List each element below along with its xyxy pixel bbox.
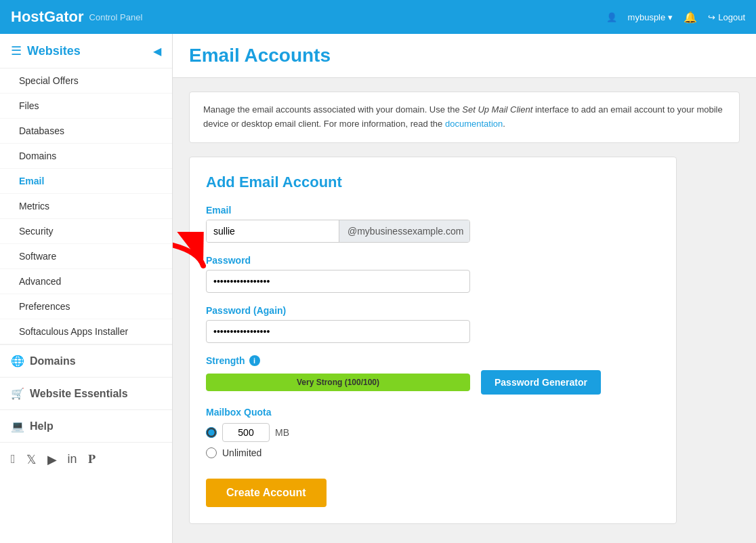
header-right: 👤 mybusple ▾ 🔔 ↪ Logout [606,11,745,24]
quota-unlimited-option: Unlimited [206,447,660,458]
username: mybusple [628,12,666,22]
help-section[interactable]: 💻 Help [0,409,172,442]
quota-mb-option: MB [206,423,660,442]
password-again-label: Password (Again) [206,305,660,316]
websites-section-header[interactable]: ☰ Websites ◀ [0,34,172,68]
cart-icon: 🛒 [11,387,24,400]
help-label: Help [30,420,54,433]
facebook-icon[interactable]:  [11,452,16,467]
password-label: Password [206,255,660,266]
logout-icon: ↪ [708,12,715,22]
strength-label: Strength i [206,355,660,366]
strength-bar: Very Strong (100/100) [206,374,470,391]
email-form-group: Email @mybusinessexample.com [206,205,660,243]
quota-unlimited-label: Unlimited [222,447,261,458]
sidebar-item-software[interactable]: Software [0,244,172,269]
logout-label: Logout [718,12,745,22]
page-title: Email Accounts [189,45,331,66]
quota-mb-radio[interactable] [206,427,217,438]
help-icon: 💻 [11,420,24,433]
sidebar: ☰ Websites ◀ Special Offers Files Databa… [0,34,173,543]
strength-bar-container: Very Strong (100/100) [206,374,470,391]
email-local-input[interactable] [207,220,339,242]
pinterest-icon[interactable]: 𝐏 [88,452,96,467]
linkedin-icon[interactable]: in [68,452,77,467]
social-icons-bar:  𝕏 ▶ in 𝐏 [0,442,172,477]
quota-unit: MB [275,427,289,438]
email-label: Email [206,205,660,216]
websites-section-title: Websites [27,44,81,58]
youtube-icon[interactable]: ▶ [47,452,57,467]
user-menu[interactable]: mybusple ▾ [628,12,673,22]
password-input[interactable] [206,270,470,293]
sidebar-item-databases[interactable]: Databases [0,119,172,144]
sidebar-item-advanced[interactable]: Advanced [0,269,172,294]
form-section-title: Add Email Account [206,174,660,191]
page-header: Email Accounts [173,34,756,78]
sidebar-item-domains[interactable]: Domains [0,144,172,169]
collapse-sidebar-button[interactable]: ◀ [153,45,161,58]
globe-icon: 🌐 [11,355,24,367]
sidebar-item-preferences[interactable]: Preferences [0,294,172,319]
sidebar-item-files[interactable]: Files [0,94,172,119]
logo: HostGator [11,8,84,26]
strength-value: Very Strong (100/100) [297,378,379,387]
domains-section-label: Domains [30,355,76,367]
sidebar-item-metrics[interactable]: Metrics [0,194,172,219]
notifications-icon[interactable]: 🔔 [684,11,697,24]
strength-info-icon[interactable]: i [249,355,260,366]
quota-unlimited-radio[interactable] [206,447,217,458]
sidebar-item-special-offers[interactable]: Special Offers [0,68,172,94]
email-domain-display: @mybusinessexample.com [339,220,470,242]
password-generator-button[interactable]: Password Generator [481,370,601,395]
header: HostGator Control Panel 👤 mybusple ▾ 🔔 ↪… [0,0,756,34]
password-again-form-group: Password (Again) [206,305,660,343]
description-box: Manage the email accounts associated wit… [189,92,740,143]
domains-section[interactable]: 🌐 Domains [0,344,172,377]
content-area: Manage the email accounts associated wit… [173,78,756,538]
password-again-input[interactable] [206,320,470,343]
arrow-annotation [173,232,207,288]
website-essentials-section[interactable]: 🛒 Website Essentials [0,377,172,409]
control-panel-label: Control Panel [89,12,143,22]
main-content: Email Accounts Manage the email accounts… [173,34,756,543]
layout: ☰ Websites ◀ Special Offers Files Databa… [0,34,756,543]
create-account-button[interactable]: Create Account [206,479,327,507]
logout-button[interactable]: ↪ Logout [708,12,745,22]
strength-row: Very Strong (100/100) Password Generator [206,370,660,395]
chevron-down-icon: ▾ [668,12,673,22]
add-email-form-card: Add Email Account Email @mybusinessexamp… [189,157,677,524]
mailbox-quota-form-group: Mailbox Quota MB Unlimited [206,407,660,458]
website-essentials-label: Website Essentials [30,388,128,400]
quota-options: MB Unlimited [206,423,660,458]
menu-icon: ☰ [11,43,22,58]
sidebar-item-softaculous[interactable]: Softaculous Apps Installer [0,319,172,344]
sidebar-item-email[interactable]: Email [0,169,172,194]
sidebar-item-security[interactable]: Security [0,219,172,244]
avatar-icon: 👤 [606,12,617,22]
twitter-icon[interactable]: 𝕏 [26,452,37,467]
email-input-row: @mybusinessexample.com [206,220,470,243]
documentation-link[interactable]: documentation [445,119,503,129]
description-text: Manage the email accounts associated wit… [203,104,723,129]
strength-form-group: Strength i Very Strong (100/100) Passwor… [206,355,660,395]
password-form-group: Password [206,255,660,293]
header-left: HostGator Control Panel [11,8,142,26]
quota-value-input[interactable] [222,423,270,442]
mailbox-quota-label: Mailbox Quota [206,407,660,418]
